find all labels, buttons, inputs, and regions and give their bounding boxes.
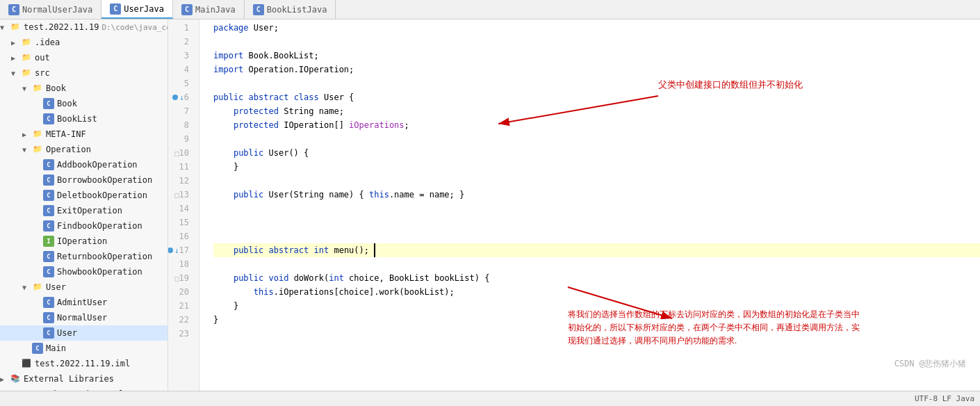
ln-13: □ 13 xyxy=(168,188,193,202)
code-line-14 xyxy=(213,202,980,216)
sidebar-item-admintuser[interactable]: C AdmintUser xyxy=(0,295,168,310)
ln-16: 16 xyxy=(168,229,193,243)
code-line-5 xyxy=(213,76,980,90)
booklist-class-icon: C xyxy=(43,113,54,124)
editor-area[interactable]: 1 2 3 4 5 ↓ 6 7 8 9 □ 10 xyxy=(168,19,980,391)
ln-3: 3 xyxy=(168,49,193,63)
admintuser-label: AdmintUser xyxy=(57,298,107,307)
sidebar-item-book-class[interactable]: C Book xyxy=(0,96,168,111)
operation-folder-label: Operation xyxy=(46,145,91,154)
code-line-20: this.iOperations[choice].work(bookList); xyxy=(213,285,980,299)
user-class-icon: C xyxy=(43,327,54,339)
code-line-22: } xyxy=(213,313,980,327)
sidebar-item-normaluser[interactable]: C NormalUser xyxy=(0,310,168,325)
ln6-indicator: ↓ xyxy=(172,93,184,102)
tab-main[interactable]: C MainJava xyxy=(173,0,245,19)
sidebar-item-showbook[interactable]: C ShowbookOperation xyxy=(0,264,168,279)
idea-label: .idea xyxy=(35,38,60,47)
ln-10: □ 10 xyxy=(168,146,193,160)
code-line-8: protected IOperation[] iOperations; xyxy=(213,118,980,132)
watermark: CSDN @悲伤猪小猪 xyxy=(895,358,966,370)
sidebar-item-iml[interactable]: ⬛ test.2022.11.19.iml xyxy=(0,356,168,371)
user-class-label: User xyxy=(57,328,77,338)
sidebar-item-returnbook[interactable]: C ReturnbookOperation xyxy=(0,249,168,264)
code-line-7: protected String name; xyxy=(213,104,980,118)
code-container: 1 2 3 4 5 ↓ 6 7 8 9 □ 10 xyxy=(168,19,980,391)
booklist-class-label: BookList xyxy=(57,114,97,124)
sidebar-item-external-libs[interactable]: ▶ 📚 External Libraries xyxy=(0,371,168,387)
ln19-fold: □ xyxy=(175,275,179,282)
exit-label: ExitOperation xyxy=(57,206,122,216)
main-area: ▼ 📁 test.2022.11.19 D:\code\java_cc ▶ 📁 … xyxy=(0,19,980,391)
code-line-12 xyxy=(213,174,980,188)
project-root[interactable]: ▼ 📁 test.2022.11.19 D:\code\java_cc xyxy=(0,19,168,35)
line-numbers: 1 2 3 4 5 ↓ 6 7 8 9 □ 10 xyxy=(168,19,199,391)
deletbook-icon: C xyxy=(43,190,54,201)
ln-20: 20 xyxy=(168,285,193,299)
user-folder-icon: 📁 xyxy=(32,282,43,293)
tab-bar: C NormalUserJava C UserJava C MainJava C… xyxy=(0,0,980,19)
tab-normaluser[interactable]: C NormalUserJava xyxy=(0,0,101,19)
normaluser-label: NormalUser xyxy=(57,313,107,323)
code-line-15 xyxy=(213,216,980,229)
sidebar-item-addbook[interactable]: C AddbookOperation xyxy=(0,157,168,172)
sidebar-item-src[interactable]: ▼ 📁 src xyxy=(0,65,168,81)
tab-booklist[interactable]: C BookListJava xyxy=(245,0,336,19)
ln-8: 8 xyxy=(168,118,193,132)
addbook-icon: C xyxy=(43,159,54,170)
ln-2: 2 xyxy=(168,35,193,49)
ln-21: 21 xyxy=(168,299,193,313)
java-c-icon: C xyxy=(181,4,193,15)
returnbook-icon: C xyxy=(43,251,54,262)
code-line-2 xyxy=(213,35,980,49)
tab-user[interactable]: C UserJava xyxy=(101,0,173,19)
exit-icon: C xyxy=(43,205,54,216)
sidebar-item-book-folder[interactable]: ▼ 📁 Book xyxy=(0,81,168,96)
ln-7: 7 xyxy=(168,104,193,118)
sidebar-item-ioperation[interactable]: I IOperation xyxy=(0,234,168,249)
sidebar-item-out[interactable]: ▶ 📁 out xyxy=(0,50,168,65)
code-line-10: public User() { xyxy=(213,146,980,160)
borrowbook-icon: C xyxy=(43,174,54,186)
sidebar-item-operation-folder[interactable]: ▼ 📁 Operation xyxy=(0,142,168,157)
bottom-status: UTF-8 LF Java xyxy=(915,394,974,403)
book-class-label: Book xyxy=(57,99,77,108)
operation-folder-icon: 📁 xyxy=(32,144,43,155)
project-folder-icon: 📁 xyxy=(10,22,21,33)
out-folder-icon: 📁 xyxy=(21,52,32,63)
book-folder-icon: 📁 xyxy=(32,83,43,94)
ioperation-icon: I xyxy=(43,236,54,247)
sidebar-item-borrowbook[interactable]: C BorrowbookOperation xyxy=(0,172,168,188)
findbook-icon: C xyxy=(43,220,54,232)
code-line-18 xyxy=(213,257,980,271)
sidebar-item-exit[interactable]: C ExitOperation xyxy=(0,203,168,218)
sidebar-item-findbook[interactable]: C FindbookOperation xyxy=(0,218,168,234)
showbook-icon: C xyxy=(43,266,54,277)
sidebar-item-user-folder[interactable]: ▼ 📁 User xyxy=(0,279,168,295)
sidebar-item-user-class[interactable]: C User xyxy=(0,325,168,341)
code-line-21: } xyxy=(213,299,980,313)
deletbook-label: DeletbookOperation xyxy=(57,190,147,200)
code-line-11: } xyxy=(213,160,980,174)
sidebar-item-main[interactable]: C Main xyxy=(0,341,168,356)
sidebar-item-idea[interactable]: ▶ 📁 .idea xyxy=(0,35,168,50)
metainf-folder-icon: 📁 xyxy=(32,129,43,140)
ln-22: 22 xyxy=(168,313,193,327)
iml-label: test.2022.11.19.iml xyxy=(35,359,130,368)
sidebar-item-metainf[interactable]: ▶ 📁 META-INF xyxy=(0,127,168,142)
ln-11: 11 xyxy=(168,160,193,174)
ln6-dot xyxy=(172,95,178,100)
sidebar-item-deletbook[interactable]: C DeletbookOperation xyxy=(0,188,168,203)
metainf-label: META-INF xyxy=(46,129,86,139)
sidebar-item-booklist-class[interactable]: C BookList xyxy=(0,111,168,127)
code-line-9 xyxy=(213,132,980,146)
ln13-fold: □ xyxy=(175,191,179,199)
project-path: D:\code\java_cc xyxy=(101,23,168,32)
book-class-icon: C xyxy=(43,98,54,109)
ln-9: 9 xyxy=(168,132,193,146)
ln17-arrow: ↓ xyxy=(174,246,179,255)
ext-libs-icon: 📚 xyxy=(10,373,21,384)
ln-15: 15 xyxy=(168,216,193,229)
ln17-dot xyxy=(168,247,173,253)
code-line-3: import Book.BookList; xyxy=(213,49,980,63)
